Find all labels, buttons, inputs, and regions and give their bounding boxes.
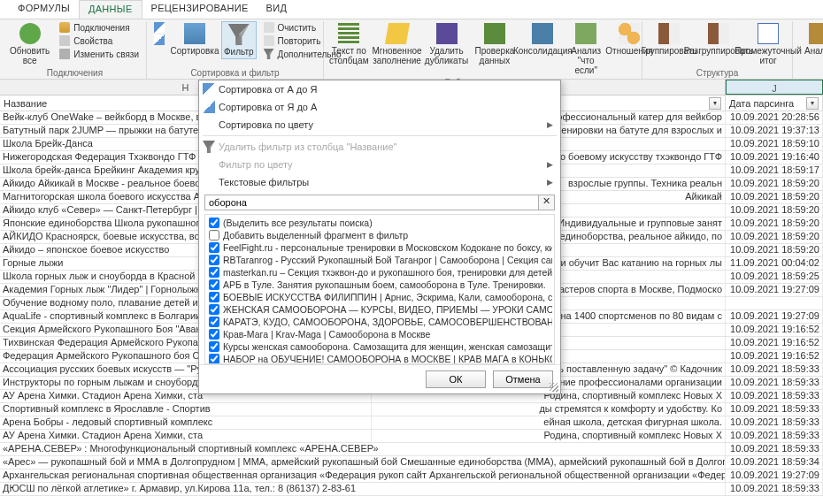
sort-za-small[interactable] <box>150 34 168 46</box>
clear-icon <box>264 22 274 33</box>
filter-item[interactable]: RBTaranrog - Русский Рукопашный Бой Тага… <box>207 254 552 266</box>
tab-data[interactable]: ДАННЫЕ <box>79 0 142 19</box>
table-row[interactable]: Спортивный комплекс в Ярославле - Спорти… <box>0 403 823 416</box>
ribbon: Обновить все Подключения Свойства Измени… <box>0 19 823 80</box>
filter-search-input[interactable] <box>204 195 539 210</box>
col-header-j[interactable]: J <box>726 80 823 95</box>
cell-description: Родина, спортивный комплекс Новых Х <box>372 430 726 442</box>
funnel-icon <box>203 141 215 153</box>
filter-checkbox-list[interactable]: (Выделить все результаты поиска) Добавит… <box>204 214 555 364</box>
outline-group-label: Структура <box>646 67 788 79</box>
cell-date: 10.09.2021 19:16:52 <box>726 350 823 363</box>
checkbox[interactable] <box>209 304 219 315</box>
filter-popup: Сортировка от А до Я Сортировка от Я до … <box>198 80 561 394</box>
consolidate-label: Консолидация <box>513 46 573 56</box>
cell-date <box>726 297 823 309</box>
cell-date: 10.09.2021 19:16:52 <box>726 337 823 349</box>
group-icon <box>658 23 680 44</box>
chevron-right-icon: ▶ <box>547 160 553 169</box>
table-row[interactable]: Арена Бобры - ледовый спортивный комплек… <box>0 416 823 430</box>
tab-view[interactable]: ВИД <box>258 0 296 19</box>
table-row[interactable]: АУ Арена Химки. Стадион Арена Химки, ста… <box>0 430 823 443</box>
analyze-button[interactable]: Анализ <box>796 21 823 57</box>
cancel-button[interactable]: Отмена <box>493 370 553 388</box>
refresh-icon <box>19 23 41 44</box>
table-row[interactable]: «Арес» — рукопашный бой и ММА в Долгопру… <box>0 456 823 470</box>
select-all-results[interactable]: (Выделить все результаты поиска) <box>207 217 552 229</box>
filter-item[interactable]: КАРАТЭ, КУДО, САМООБОРОНА, ЗДОРОВЬЕ, САМ… <box>207 316 552 328</box>
cell-title: Арена Бобры - ледовый спортивный комплек… <box>0 416 372 429</box>
validate-button[interactable]: Проверка данных <box>473 21 517 67</box>
connections-button[interactable]: Подключения <box>56 21 142 34</box>
add-selection-to-filter[interactable]: Добавить выделенный фрагмент в фильтр <box>207 229 552 241</box>
cell-title: Спортивный комплекс в Ярославле - Спорти… <box>0 403 372 416</box>
filter-item[interactable]: Курсы женская самооборона. Самозащита дл… <box>207 340 552 353</box>
filter-item[interactable]: masterkan.ru – Секция тхэквон-до и рукоп… <box>207 266 552 279</box>
cell-date: 10.09.2021 18:59:33 <box>726 416 823 429</box>
table-row[interactable]: «АРЕНА.СЕВЕР» : Многофункциональный спор… <box>0 443 823 456</box>
resize-handle[interactable] <box>550 383 558 392</box>
filter-item[interactable]: Крав-Мага | Krav-Maga | Самооборона в Мо… <box>207 328 552 340</box>
add-sel-label: Добавить выделенный фрагмент в фильтр <box>223 230 408 241</box>
tab-review[interactable]: РЕЦЕНЗИРОВАНИЕ <box>142 0 258 19</box>
text-to-columns-button[interactable]: Текст по столбцам <box>327 21 371 67</box>
checkbox[interactable] <box>209 255 219 265</box>
checkbox[interactable] <box>209 317 219 327</box>
db-icon <box>59 22 70 33</box>
clear-filter-column: Удалить фильтр из столбца "Название" <box>199 138 560 156</box>
filter-item-label: Курсы женская самооборона. Самозащита дл… <box>223 341 552 352</box>
header-parsedate-cell[interactable]: Дата парсинга ▾ <box>726 95 823 111</box>
filter-color-label: Фильтр по цвету <box>219 159 293 170</box>
filter-item[interactable]: ЖЕНСКАЯ САМООБОРОНА — КУРСЫ, ВИДЕО, ПРИЕ… <box>207 303 552 316</box>
sort-by-color[interactable]: Сортировка по цвету▶ <box>199 116 560 134</box>
ungroup-icon <box>708 23 729 44</box>
tab-formulas[interactable]: ФОРМУЛЫ <box>9 0 79 19</box>
table-row[interactable]: Архангельская региональная спортивная об… <box>0 470 823 483</box>
checkbox[interactable] <box>209 242 219 253</box>
checkbox[interactable] <box>209 329 219 340</box>
edit-links-button[interactable]: Изменить связи <box>56 48 142 60</box>
sort-za-label: Сортировка от Я до А <box>219 102 317 112</box>
props-icon <box>59 35 70 46</box>
text-filters[interactable]: Текстовые фильтры▶ <box>199 173 560 191</box>
bars-icon <box>338 23 359 44</box>
checkbox[interactable] <box>209 354 219 364</box>
checkbox[interactable] <box>209 341 219 352</box>
consolidate-button[interactable]: Консолидация <box>519 21 565 57</box>
checkbox[interactable] <box>209 292 219 302</box>
subtotal-button[interactable]: Промежуточный итог <box>745 21 791 67</box>
ok-button[interactable]: ОК <box>426 370 486 388</box>
relations-icon <box>619 23 640 44</box>
checkbox[interactable] <box>209 218 219 228</box>
refresh-all-button[interactable]: Обновить все <box>7 21 52 67</box>
table-row[interactable]: ДЮСШ по лёгкой атлетике» г. Армавир, ул.… <box>0 483 823 496</box>
connections-group-label: Подключения <box>7 67 142 79</box>
checkbox[interactable] <box>209 230 219 241</box>
sort-za-icon <box>154 34 165 45</box>
sort-ascending[interactable]: Сортировка от А до Я <box>199 80 560 98</box>
sort-az-icon <box>203 83 215 95</box>
cell-merged: «Арес» — рукопашный бой и ММА в Долгопру… <box>0 456 726 469</box>
filter-item[interactable]: FeelFight.ru - персональные тренировки в… <box>207 241 552 254</box>
sort-button[interactable]: Сортировка <box>172 21 218 57</box>
sort-label: Сортировка <box>171 46 219 56</box>
whatif-button[interactable]: Анализ "что если" <box>569 21 603 77</box>
flash-fill-button[interactable]: Мгновенное заполнение <box>374 21 420 67</box>
filter-item[interactable]: БОЕВЫЕ ИСКУССТВА ФИЛИППИН | Арнис, Эскри… <box>207 291 552 303</box>
clear-search-button[interactable]: ✕ <box>539 195 555 210</box>
chevron-right-icon: ▶ <box>547 178 553 187</box>
sort-az-small[interactable] <box>150 21 168 34</box>
refresh-all-label: Обновить все <box>9 46 50 65</box>
sort-descending[interactable]: Сортировка от Я до А <box>199 98 560 116</box>
filter-item[interactable]: АРБ в Туле. Занятия рукопашным боем, сам… <box>207 279 552 291</box>
checkbox[interactable] <box>209 267 219 278</box>
filter-dropdown-description[interactable]: ▾ <box>709 97 721 110</box>
checkbox[interactable] <box>209 279 219 290</box>
filter-button[interactable]: Фильтр <box>221 21 257 59</box>
filter-item[interactable]: НАБОР на ОБУЧЕНИЕ! САМООБОРОНА в МОСКВЕ … <box>207 353 552 364</box>
remove-dup-button[interactable]: Удалить дубликаты <box>424 21 470 67</box>
properties-button[interactable]: Свойства <box>56 34 142 47</box>
sort-color-label: Сортировка по цвету <box>219 119 313 130</box>
filter-dropdown-parsedate[interactable]: ▾ <box>806 97 819 110</box>
cell-date: 10.09.2021 20:28:56 <box>726 111 823 124</box>
